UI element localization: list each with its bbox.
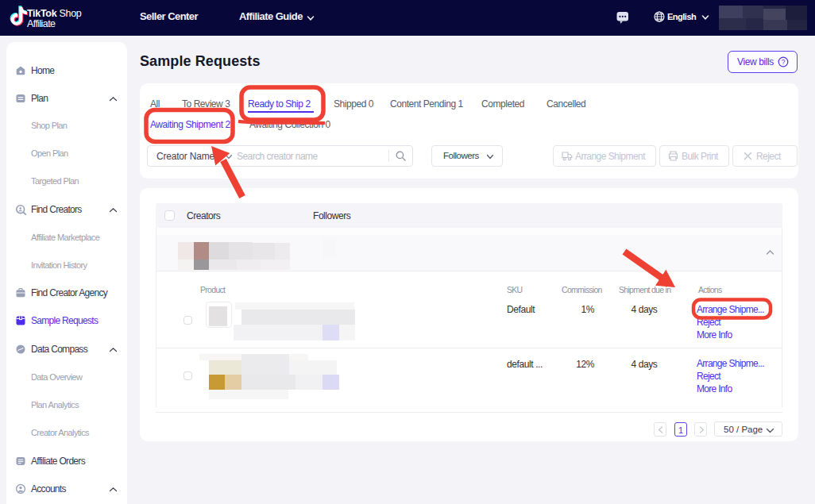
svg-text:?: ? [782, 58, 786, 66]
